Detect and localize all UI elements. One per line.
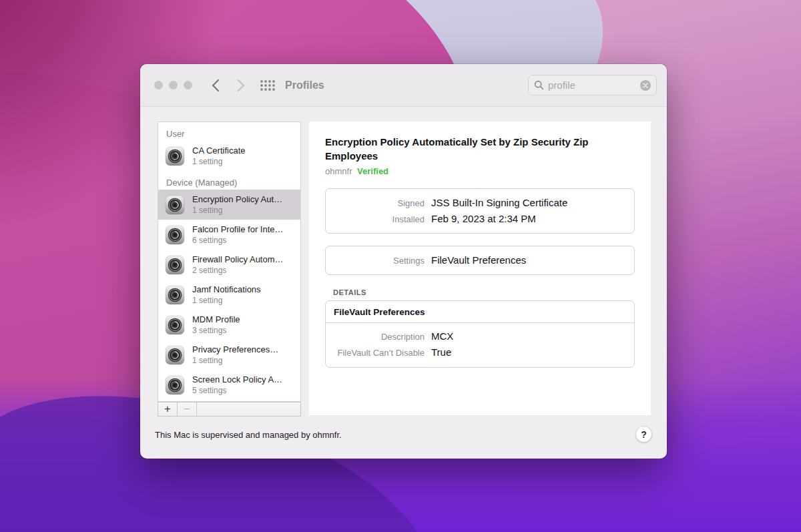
profile-subtitle: 2 settings [192,265,284,276]
search-input[interactable] [548,79,640,91]
remove-profile-button[interactable]: − [178,403,197,416]
profile-title: Encryption Policy Aut… [192,194,282,205]
profile-subtitle: 3 settings [192,325,240,336]
profile-title: Firewall Policy Autom… [192,254,284,265]
profile-subtitle: 1 setting [192,156,245,167]
zoom-button[interactable] [184,81,192,89]
signing-info-box: Signed JSS Built-In Signing Certificate … [325,188,635,234]
profile-title: Privacy Preferences… [192,344,278,355]
list-item-falcon-profile[interactable]: Falcon Profile for Inte… 6 settings [158,220,300,250]
show-all-grid-icon[interactable] [260,79,276,91]
profile-icon [165,255,185,275]
details-box: FileVault Preferences Description MCX Fi… [325,300,635,368]
list-item-screen-lock-policy[interactable]: Screen Lock Policy A… 5 settings [158,370,300,400]
installed-value: Feb 9, 2023 at 2:34 PM [431,211,536,226]
back-chevron-icon[interactable] [212,79,220,92]
profile-detail-title: Encryption Policy Automatically Set by Z… [325,135,625,163]
add-profile-button[interactable]: + [158,403,178,416]
list-item-ca-certificate[interactable]: CA Certificate 1 setting [158,141,300,171]
list-item-jamf-notifications[interactable]: Jamf Notifications 1 setting [158,280,300,310]
profile-icon [165,375,185,395]
profile-title: Jamf Notifications [192,284,261,295]
org-name: ohmnfr [325,166,352,176]
window-toolbar: Profiles [140,64,667,107]
minimize-button[interactable] [169,81,178,89]
traffic-lights [154,81,192,89]
action-bar-spacer [197,403,300,416]
description-label: Description [334,329,431,344]
profiles-list: User CA Certificate 1 setting Device (Ma… [158,121,301,402]
details-box-title: FileVault Preferences [326,301,634,323]
profile-subtitle: 1 setting [192,355,278,366]
list-section-header-device: Device (Managed) [158,171,300,190]
signed-label: Signed [334,196,431,211]
profile-icon [165,146,185,166]
forward-chevron-icon[interactable] [237,79,245,92]
profile-subtitle: 5 settings [192,385,282,396]
profile-subtitle: 6 settings [192,235,284,246]
supervision-status-text: This Mac is supervised and managed by oh… [155,430,342,440]
profile-title: Falcon Profile for Inte… [192,224,284,235]
settings-summary-box: Settings FileVault Preferences [325,246,635,275]
cant-disable-label: FileVault Can’t Disable [334,345,431,360]
nav-buttons [212,79,245,92]
clear-search-icon[interactable] [640,80,651,91]
list-item-encryption-policy[interactable]: Encryption Policy Aut… 1 setting [158,190,300,220]
list-item-mdm-profile[interactable]: MDM Profile 3 settings [158,310,300,340]
window-title: Profiles [285,79,324,91]
profile-org-line: ohmnfr Verified [325,166,635,176]
settings-label: Settings [334,253,431,268]
settings-value: FileVault Preferences [431,252,526,268]
profile-icon [165,315,185,335]
profiles-preferences-window: Profiles User CA Certificate 1 setting D… [140,64,667,459]
list-item-firewall-policy[interactable]: Firewall Policy Autom… 2 settings [158,250,300,280]
search-field[interactable] [528,75,657,95]
profile-title: CA Certificate [192,145,245,156]
help-button[interactable]: ? [635,426,652,443]
profile-title: Screen Lock Policy A… [192,374,282,385]
profile-subtitle: 1 setting [192,295,261,306]
details-section-header: DETAILS [333,288,635,296]
search-icon [534,80,544,90]
description-value: MCX [431,328,453,344]
profile-subtitle: 1 setting [192,205,282,216]
list-section-header-user: User [158,122,300,141]
cant-disable-value: True [431,344,451,360]
list-action-bar: + − [158,402,301,417]
list-item-privacy-preferences[interactable]: Privacy Preferences… 1 setting [158,340,300,370]
profile-icon [165,285,185,305]
profile-icon [165,345,185,365]
verified-badge: Verified [357,166,388,176]
profile-icon [165,225,185,245]
close-button[interactable] [154,81,163,89]
profile-detail-panel: Encryption Policy Automatically Set by Z… [309,121,651,415]
profile-icon [165,195,185,215]
installed-label: Installed [334,212,431,227]
signed-value: JSS Built-In Signing Certificate [431,195,567,210]
profile-title: MDM Profile [192,314,240,325]
